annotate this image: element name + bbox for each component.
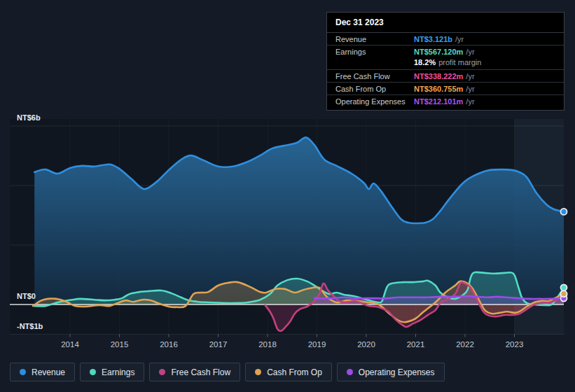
- x-tick-label: 2016: [160, 340, 178, 349]
- earnings-dot-icon: [90, 369, 96, 375]
- legend-item-cash-from-op[interactable]: Cash From Op: [245, 363, 332, 382]
- x-tick-label: 2020: [357, 340, 375, 349]
- tooltip-row-earnings: EarningsNT$567.120m/yr18.2%profit margin: [327, 45, 564, 69]
- stock-financials-chart: NT$6bNT$0-NT$1b 201420152016201720182019…: [0, 0, 575, 392]
- y-tick-label: NT$0: [17, 292, 36, 300]
- x-axis-labels: 2014201520162017201820192020202120222023: [61, 335, 523, 349]
- tooltip-row-unit: /yr: [466, 72, 474, 80]
- tooltip-row-label: Cash From Op: [335, 85, 414, 93]
- x-tick-label: 2018: [258, 340, 277, 349]
- cash-from-op-end-dot: [561, 290, 567, 297]
- legend-item-label: Cash From Op: [267, 368, 322, 377]
- x-tick-label: 2021: [407, 340, 425, 349]
- legend-item-label: Operating Expenses: [359, 368, 435, 377]
- tooltip-row-value: NT$360.755m: [414, 85, 463, 93]
- legend-item-label: Earnings: [102, 368, 134, 377]
- chart-tooltip: Dec 31 2023 RevenueNT$3.121b/yrEarningsN…: [326, 12, 564, 111]
- tooltip-row-unit: /yr: [466, 97, 474, 106]
- revenue-dot-icon: [20, 369, 26, 375]
- x-tick-label: 2019: [308, 340, 326, 349]
- tooltip-rows: RevenueNT$3.121b/yrEarningsNT$567.120m/y…: [327, 33, 564, 107]
- tooltip-row-label: Free Cash Flow: [335, 72, 414, 80]
- tooltip-row-value: NT$338.222m: [414, 72, 463, 80]
- legend-item-earnings[interactable]: Earnings: [80, 363, 144, 382]
- y-tick-label: -NT$1b: [17, 322, 43, 330]
- x-tick-label: 2014: [61, 340, 79, 349]
- free-cash-flow-dot-icon: [159, 369, 165, 375]
- earnings-end-dot: [561, 284, 567, 290]
- tooltip-row-unit: /yr: [455, 35, 464, 43]
- tooltip-row-value: NT$3.121b: [414, 35, 452, 43]
- legend-item-operating-expenses[interactable]: Operating Expenses: [337, 363, 445, 382]
- revenue-end-dot: [561, 209, 567, 215]
- tooltip-row-free-cash-flow: Free Cash FlowNT$338.222m/yr: [327, 69, 564, 82]
- cash-from-op-dot-icon: [255, 369, 261, 375]
- x-tick-label: 2017: [209, 340, 228, 349]
- tooltip-row-value: NT$567.120m: [414, 48, 463, 56]
- x-tick-label: 2022: [456, 340, 474, 349]
- operating-expenses-dot-icon: [347, 369, 353, 375]
- tooltip-row-label: Earnings: [335, 48, 414, 56]
- chart-legend: RevenueEarningsFree Cash FlowCash From O…: [10, 363, 445, 382]
- tooltip-row-label: Revenue: [335, 35, 414, 43]
- legend-item-revenue[interactable]: Revenue: [10, 363, 75, 382]
- y-tick-label: NT$6b: [17, 113, 41, 122]
- x-tick-label: 2023: [506, 340, 524, 349]
- legend-item-label: Free Cash Flow: [171, 368, 230, 377]
- x-tick-label: 2015: [111, 340, 129, 349]
- tooltip-row-value: NT$212.101m: [414, 97, 463, 106]
- tooltip-date: Dec 31 2023: [327, 13, 564, 33]
- tooltip-row-label: Operating Expenses: [335, 97, 414, 106]
- tooltip-row-unit: /yr: [466, 48, 474, 56]
- tooltip-row-revenue: RevenueNT$3.121b/yr: [327, 33, 564, 45]
- tooltip-row-operating-expenses: Operating ExpensesNT$212.101m/yr: [327, 94, 564, 107]
- legend-item-label: Revenue: [32, 368, 65, 377]
- legend-item-free-cash-flow[interactable]: Free Cash Flow: [149, 363, 240, 382]
- tooltip-row-unit: /yr: [466, 85, 474, 93]
- tooltip-profit-margin: 18.2%profit margin: [327, 57, 564, 69]
- tooltip-row-cash-from-op: Cash From OpNT$360.755m/yr: [327, 82, 564, 94]
